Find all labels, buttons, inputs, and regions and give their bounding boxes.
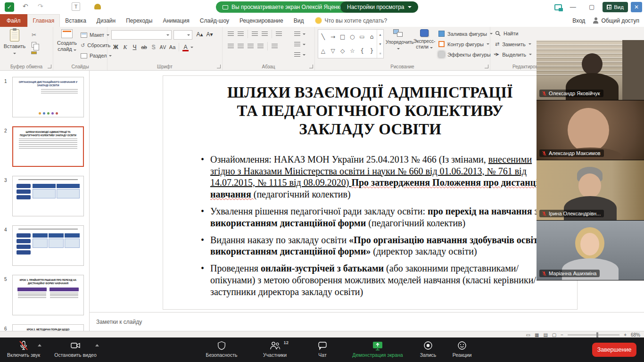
shape-button[interactable]: ◇	[340, 48, 345, 54]
align-text-button[interactable]	[294, 40, 305, 49]
save-icon[interactable]: ✓	[5, 2, 14, 12]
chevron-up-icon[interactable]	[95, 344, 99, 346]
font-color-button[interactable]: А	[181, 43, 190, 52]
char-spacing-button[interactable]: АV	[158, 43, 167, 52]
undo-icon[interactable]: ↶	[23, 2, 28, 10]
zoom-record-button[interactable]: Запись	[415, 340, 441, 358]
shape-button[interactable]: {	[360, 48, 364, 54]
indent-decrease-icon[interactable]	[250, 30, 259, 39]
slide-body-text[interactable]: Ознайомлення: НАКАЗ МОН України 25.04.20…	[200, 154, 557, 298]
zoom-share-screen-button[interactable]: Демонстрация экрана	[342, 340, 413, 358]
align-left-icon[interactable]	[226, 42, 235, 51]
shape-button[interactable]: ○	[350, 33, 355, 40]
notes-pane[interactable]: Заметки к слайду	[90, 312, 644, 331]
zoom-stop-video-button[interactable]: Остановить видео	[48, 340, 103, 358]
shape-fill-button[interactable]: Заливка фигуры	[438, 31, 493, 37]
redo-icon[interactable]: ↷	[38, 2, 43, 10]
zoom-reactions-button[interactable]: Реакции	[443, 340, 481, 358]
italic-button[interactable]: К	[121, 43, 130, 52]
close-icon[interactable]: ✕	[631, 2, 642, 12]
shape-button[interactable]: }	[370, 48, 374, 54]
slide-thumbnail-1[interactable]: ОРГАНІЗАЦІЯ ДИСТАНЦІЙНОГО НАВЧАННЯ У ЗАК…	[12, 77, 84, 117]
tab-review[interactable]: Рецензирование	[234, 14, 289, 27]
participant-video-1[interactable]: Олександр Яковійчук	[537, 40, 644, 100]
slide-thumbnail-3[interactable]	[12, 176, 84, 216]
format-painter-icon[interactable]	[31, 51, 37, 54]
zoom-unmute-button[interactable]: Включить звук	[2, 340, 45, 358]
text-shadow-button[interactable]: S	[149, 43, 158, 52]
tab-transitions[interactable]: Переходы	[121, 14, 157, 27]
scroll-down-icon[interactable]: ▼	[379, 42, 382, 46]
paste-button[interactable]: Вставить	[3, 29, 26, 55]
shape-button[interactable]: →	[330, 33, 335, 40]
bold-button[interactable]: Ж	[111, 43, 120, 52]
zoom-out-icon[interactable]: −	[561, 332, 563, 337]
shape-outline-button[interactable]: Контур фигуры	[438, 41, 489, 47]
layout-button[interactable]: Макет	[81, 31, 109, 39]
slideshow-icon[interactable]: ▢	[552, 332, 556, 337]
dialog-launcher-icon[interactable]	[485, 65, 488, 68]
copy-icon[interactable]	[32, 42, 36, 48]
shape-button[interactable]: ▭	[359, 33, 364, 40]
tab-design[interactable]: Дизайн	[91, 14, 121, 27]
pip-icon[interactable]	[554, 4, 562, 10]
shape-button[interactable]: □	[340, 33, 345, 40]
tab-home[interactable]: Главная	[27, 14, 60, 27]
tab-view[interactable]: Вид	[289, 14, 309, 27]
reading-view-icon[interactable]: ▤	[543, 332, 547, 337]
zoom-slider[interactable]	[568, 334, 619, 336]
dialog-launcher-icon[interactable]	[48, 65, 51, 68]
shape-effects-button[interactable]: Эффекты фигуры	[438, 51, 496, 58]
sign-in-button[interactable]: Вход	[572, 17, 585, 24]
dialog-launcher-icon[interactable]	[309, 65, 313, 68]
participant-video-4[interactable]: Маріанна Ашихміна	[537, 221, 644, 280]
reset-button[interactable]: ↺ Сбросить	[81, 41, 110, 49]
zoom-end-button[interactable]: Завершение	[592, 343, 636, 357]
line-spacing-icon[interactable]	[274, 30, 283, 39]
zoom-chat-button[interactable]: Чат	[306, 340, 339, 358]
justify-icon[interactable]	[256, 42, 265, 51]
slide-thumbnail-6[interactable]: КРОК 2. МЕТОДИЧНІ ПОРАДИ ЩОДО	[12, 324, 84, 331]
align-center-icon[interactable]	[236, 42, 245, 51]
share-button[interactable]: Общий доступ	[593, 17, 639, 24]
bullets-icon[interactable]	[226, 30, 235, 39]
tab-file[interactable]: Файл	[0, 14, 27, 27]
smartart-convert-button[interactable]	[294, 50, 305, 59]
zoom-participants-button[interactable]: 12 Участники	[249, 340, 301, 358]
align-right-icon[interactable]	[246, 42, 255, 51]
slide-title[interactable]: ШЛЯХИ ВЗАЄМОДІЇ АДМІНІСТРАЦІЇ ТА ПЕДАГОГ…	[205, 83, 535, 139]
chevron-up-icon[interactable]	[38, 344, 41, 346]
quick-styles-button[interactable]: Экспресс-стили	[412, 29, 437, 49]
slide-thumbnail-4[interactable]	[12, 225, 84, 266]
shrink-font-icon[interactable]: А▾	[205, 30, 214, 39]
numbering-icon[interactable]	[236, 30, 245, 39]
slide-thumbnail-5[interactable]: КРОК 1. ПРИЙНЯТТЯ РІШЕННЯ ПРО ПЕРЕХІД НА…	[12, 275, 84, 315]
find-button[interactable]: Найти	[495, 31, 518, 36]
arrange-button[interactable]: Упорядочить	[386, 29, 411, 50]
cut-icon[interactable]: ✂	[32, 32, 36, 38]
select-button[interactable]: ➤ Выделить	[495, 51, 532, 58]
participant-video-2[interactable]: Александр Максимов	[537, 100, 644, 160]
tell-me-box[interactable]: Что вы хотите сделать?	[315, 14, 387, 27]
change-case-button[interactable]: Аа	[168, 43, 177, 52]
zoom-in-icon[interactable]: +	[624, 332, 627, 337]
zoom-security-button[interactable]: Безопасность	[195, 340, 248, 358]
zoom-view-settings-button[interactable]: Настройки просмотра	[340, 1, 418, 13]
dialog-launcher-icon[interactable]	[217, 65, 221, 68]
minimize-icon[interactable]: —	[565, 1, 581, 13]
tab-insert[interactable]: Вставка	[60, 14, 91, 27]
tab-slideshow[interactable]: Слайд-шоу	[195, 14, 234, 27]
shape-button[interactable]: ⌂	[370, 33, 374, 40]
columns-icon[interactable]	[270, 42, 279, 51]
slide-canvas[interactable]: ШЛЯХИ ВЗАЄМОДІЇ АДМІНІСТРАЦІЇ ТА ПЕДАГОГ…	[163, 75, 578, 310]
grow-font-icon[interactable]: А▴	[195, 30, 204, 39]
font-size-select[interactable]	[173, 30, 192, 40]
indent-increase-icon[interactable]	[260, 30, 269, 39]
normal-view-icon[interactable]: ▭	[526, 332, 530, 337]
scroll-up-icon[interactable]: ▲	[379, 33, 382, 36]
touch-mode-icon[interactable]: Т	[72, 2, 80, 11]
shape-button[interactable]: ▽	[330, 48, 335, 54]
participant-video-3[interactable]: Ірина Олександрівн...	[537, 160, 644, 221]
tab-animations[interactable]: Анимация	[157, 14, 194, 27]
font-name-select[interactable]	[111, 30, 172, 40]
